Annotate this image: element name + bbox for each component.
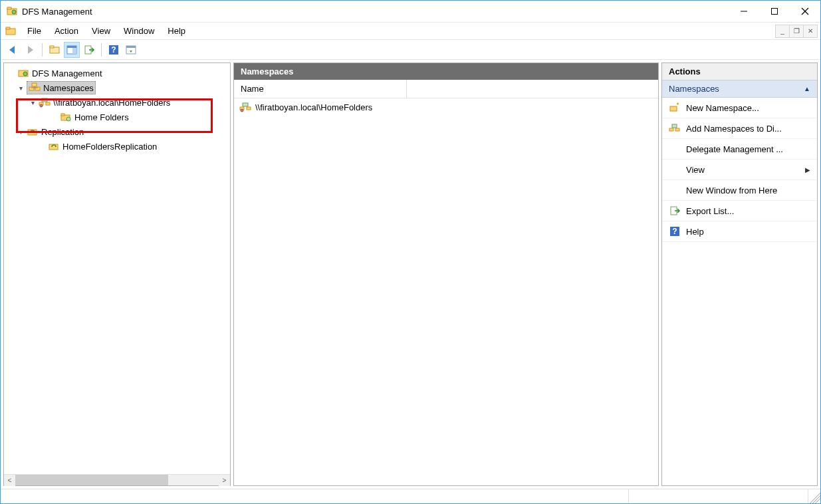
dfs-root-icon xyxy=(17,67,29,79)
svg-point-38 xyxy=(241,109,243,112)
export-icon xyxy=(669,205,681,217)
export-list-button-toolbar[interactable] xyxy=(81,42,97,58)
menu-action[interactable]: Action xyxy=(48,24,85,38)
svg-rect-37 xyxy=(243,103,248,106)
maximize-button[interactable] xyxy=(759,1,790,22)
tree-horizontal-scrollbar[interactable]: < > xyxy=(4,474,230,485)
svg-rect-13 xyxy=(72,48,76,54)
submenu-arrow-icon: ▶ xyxy=(805,166,810,174)
tree-namespaces-label: Namespaces xyxy=(43,83,94,93)
svg-rect-23 xyxy=(32,83,37,86)
new-namespace-icon xyxy=(669,102,681,114)
svg-text:?: ? xyxy=(111,45,116,55)
svg-text:?: ? xyxy=(672,227,677,236)
svg-rect-12 xyxy=(67,46,76,48)
mdi-close-button[interactable]: ✕ xyxy=(803,25,818,38)
back-button[interactable] xyxy=(5,42,21,58)
tree-namespace-child-label: Home Folders xyxy=(74,112,129,122)
menu-help[interactable]: Help xyxy=(161,24,192,38)
window-title: DFS Management xyxy=(22,7,729,17)
tree-namespace-path-label: \\firatboyan.local\HomeFolders xyxy=(53,98,170,108)
refresh-button[interactable] xyxy=(123,42,139,58)
blank-icon xyxy=(669,184,681,196)
scroll-left-button[interactable]: < xyxy=(4,475,15,486)
scroll-right-button[interactable]: > xyxy=(219,475,230,486)
close-button[interactable] xyxy=(790,1,820,22)
actions-group-header[interactable]: Namespaces ▲ xyxy=(662,80,817,98)
detail-pane: Namespaces Name \\firatboyan.local\HomeF… xyxy=(233,63,659,486)
svg-rect-27 xyxy=(46,102,50,105)
replication-icon xyxy=(27,126,39,138)
action-new-namespace[interactable]: New Namespace... xyxy=(662,98,817,118)
titlebar: DFS Management xyxy=(1,1,820,22)
scroll-thumb[interactable] xyxy=(15,475,168,485)
mdi-minimize-button[interactable]: _ xyxy=(775,25,790,38)
show-hide-tree-button[interactable] xyxy=(47,42,62,58)
window-controls xyxy=(729,1,820,22)
action-help[interactable]: ? Help xyxy=(662,221,817,242)
column-header-name[interactable]: Name xyxy=(234,80,407,98)
tree-root-label: DFS Management xyxy=(32,68,102,78)
tree-namespace-child[interactable]: Home Folders xyxy=(4,110,230,124)
tree-expander-icon[interactable] xyxy=(16,127,25,136)
forward-button[interactable] xyxy=(22,42,38,58)
tree-replication-child-label: HomeFoldersReplication xyxy=(62,142,157,152)
app-icon xyxy=(6,5,18,17)
mdi-restore-button[interactable]: ❐ xyxy=(789,25,804,38)
replication-group-icon xyxy=(48,140,60,152)
svg-rect-41 xyxy=(675,128,679,131)
add-namespace-icon xyxy=(669,122,681,134)
action-delegate-management[interactable]: Delegate Management ... xyxy=(662,139,817,160)
namespaces-icon xyxy=(29,82,41,94)
svg-point-20 xyxy=(23,72,27,76)
action-label: View xyxy=(686,165,800,175)
menu-file[interactable]: File xyxy=(21,24,48,38)
action-view[interactable]: View ▶ xyxy=(662,160,817,180)
tree-replication-label: Replication xyxy=(41,127,84,137)
tree-namespace-path[interactable]: \\firatboyan.local\HomeFolders xyxy=(4,95,230,110)
mdi-controls: _ ❐ ✕ xyxy=(776,25,818,38)
blank-icon xyxy=(669,143,681,155)
help-button-toolbar[interactable]: ? xyxy=(106,42,122,58)
folder-link-icon xyxy=(60,111,72,123)
svg-point-2 xyxy=(12,10,16,14)
list-item-label: \\firatboyan.local\HomeFolders xyxy=(255,102,372,112)
minimize-button[interactable] xyxy=(729,1,759,22)
svg-rect-42 xyxy=(672,124,677,128)
toolbar-separator xyxy=(42,43,43,57)
status-segment xyxy=(1,489,629,503)
menu-view[interactable]: View xyxy=(85,24,117,38)
tree-replication-child[interactable]: HomeFoldersReplication xyxy=(4,139,230,154)
blank-icon xyxy=(669,164,681,176)
show-hide-action-pane-button[interactable] xyxy=(64,42,80,58)
tree-pane: DFS Management Namespaces \\firatboyan.l… xyxy=(3,63,231,486)
detail-header: Namespaces xyxy=(234,63,658,80)
tree-expander-icon xyxy=(49,112,59,122)
action-label: New Namespace... xyxy=(686,103,810,113)
tree-replication[interactable]: Replication xyxy=(4,124,230,139)
action-label: Help xyxy=(686,227,810,237)
statusbar xyxy=(1,489,820,503)
detail-body[interactable]: \\firatboyan.local\HomeFolders xyxy=(234,98,658,485)
svg-rect-28 xyxy=(42,98,47,102)
tree-namespaces[interactable]: Namespaces xyxy=(4,80,230,95)
tree[interactable]: DFS Management Namespaces \\firatboyan.l… xyxy=(4,63,230,474)
tree-expander-icon[interactable] xyxy=(16,83,25,92)
help-icon: ? xyxy=(669,225,681,237)
action-label: Export List... xyxy=(686,206,810,216)
status-segment xyxy=(629,489,808,503)
svg-rect-8 xyxy=(6,27,10,29)
svg-rect-4 xyxy=(772,9,778,15)
namespace-icon xyxy=(239,101,251,113)
menu-window[interactable]: Window xyxy=(117,24,161,38)
action-add-namespaces[interactable]: Add Namespaces to Di... xyxy=(662,118,817,139)
tree-root[interactable]: DFS Management xyxy=(4,66,230,80)
action-new-window[interactable]: New Window from Here xyxy=(662,180,817,201)
scroll-track[interactable] xyxy=(15,475,219,485)
list-item[interactable]: \\firatboyan.local\HomeFolders xyxy=(234,100,658,114)
svg-rect-39 xyxy=(670,106,677,111)
action-label: Delegate Management ... xyxy=(686,144,810,154)
action-export-list[interactable]: Export List... xyxy=(662,201,817,221)
resize-grip[interactable] xyxy=(808,489,820,503)
tree-expander-icon[interactable] xyxy=(28,98,37,107)
